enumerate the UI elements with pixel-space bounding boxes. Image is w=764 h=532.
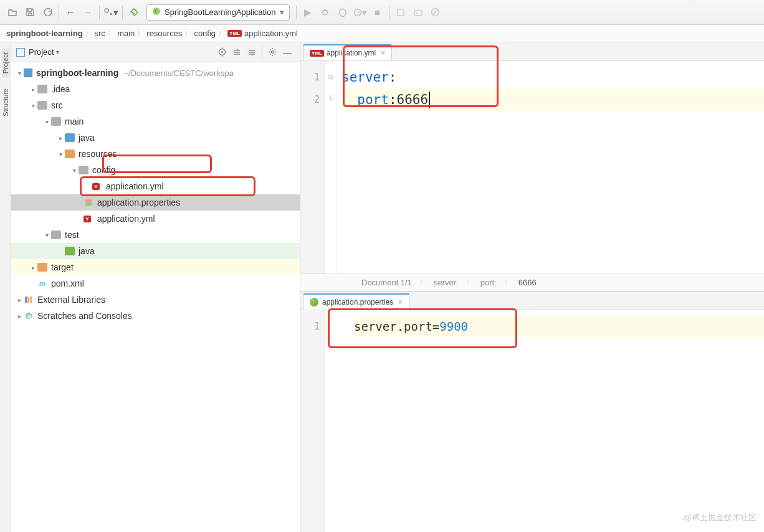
folder-icon: [79, 166, 88, 174]
breadcrumb-value[interactable]: 6666: [518, 278, 537, 287]
tree-root[interactable]: ▾ springboot-learning ~/Documents/CESTC/…: [11, 65, 300, 81]
module-icon: [24, 69, 32, 77]
svg-point-0: [105, 9, 108, 12]
breadcrumb-item[interactable]: main〉: [117, 29, 146, 38]
locate-icon[interactable]: [215, 45, 229, 59]
structure-tool-tab[interactable]: Structure: [2, 85, 9, 120]
source-folder-icon: [65, 133, 75, 142]
gutter: 1 2: [300, 61, 325, 273]
refresh-icon[interactable]: [39, 4, 55, 21]
breadcrumb-doc[interactable]: Document 1/1: [361, 278, 412, 287]
run-icon[interactable]: ▶: [300, 4, 316, 21]
tree-node-resources[interactable]: ▾resources: [11, 146, 300, 162]
deny-icon[interactable]: [427, 4, 444, 21]
chevron-down-icon: ▾: [280, 7, 284, 17]
tree-node-scratches[interactable]: ▸Scratches and Consoles: [11, 308, 300, 324]
scratches-icon: [24, 311, 34, 320]
tree-node-test[interactable]: ▾test: [11, 227, 300, 243]
collapse-all-icon[interactable]: [245, 45, 259, 59]
yml-badge-icon: YML: [310, 50, 324, 57]
editor-tab-yml[interactable]: YML application.yml ×: [303, 44, 392, 60]
editor-pane-yml: YML application.yml × 1 2 ⊟ └ se: [300, 42, 764, 292]
tree-node-ext-libs[interactable]: ▸External Libraries: [11, 292, 300, 308]
build-icon[interactable]: [126, 4, 142, 21]
editor-tabs: application.properties ×: [300, 292, 764, 310]
hide-icon[interactable]: —: [280, 45, 294, 59]
excluded-folder-icon: [37, 263, 47, 272]
svg-rect-5: [414, 11, 422, 16]
stop-icon[interactable]: ■: [370, 4, 386, 21]
breadcrumb-root[interactable]: springboot-learning〉: [6, 29, 95, 38]
project-pane-header: Project ▾ —: [11, 42, 300, 62]
gutter: 1: [300, 310, 325, 532]
folder-icon: [51, 117, 61, 126]
expand-all-icon[interactable]: [230, 45, 244, 59]
sdk-icon[interactable]: [410, 4, 426, 21]
project-pane: Project ▾ — ▾ springboot-learning: [11, 42, 300, 532]
project-tool-tab[interactable]: Project: [2, 49, 9, 77]
folder-icon: [37, 101, 47, 110]
avd-icon[interactable]: [393, 4, 409, 21]
svg-point-9: [221, 51, 223, 53]
project-pane-title: Project: [29, 47, 54, 57]
maven-icon: m: [37, 279, 47, 288]
coverage-icon[interactable]: [335, 4, 351, 21]
breadcrumb-key[interactable]: server:: [434, 278, 459, 287]
save-icon[interactable]: [22, 4, 38, 21]
open-icon[interactable]: [4, 4, 21, 21]
breadcrumb-file[interactable]: YML application.yml: [227, 29, 298, 38]
breadcrumb-item[interactable]: config〉: [194, 29, 227, 38]
tree-node-app-yml[interactable]: Yapplication.yml: [11, 178, 300, 194]
project-tree[interactable]: ▾ springboot-learning ~/Documents/CESTC/…: [11, 62, 300, 532]
tree-node-app-yml2[interactable]: Yapplication.yml: [11, 211, 300, 227]
svg-rect-13: [25, 297, 27, 303]
tree-node-src[interactable]: ▾src: [11, 97, 300, 113]
tree-node-app-properties[interactable]: application.properties: [11, 194, 300, 211]
fold-column[interactable]: ⊟ └: [325, 61, 337, 273]
fold-icon[interactable]: ⊟: [325, 66, 336, 88]
svg-point-1: [153, 7, 160, 15]
breadcrumb-item[interactable]: src〉: [95, 29, 117, 38]
yml-file-icon: Y: [84, 214, 93, 223]
editor-properties[interactable]: 1 server.port=9900: [300, 310, 764, 532]
breadcrumb-key[interactable]: port:: [480, 278, 497, 287]
tree-node-idea[interactable]: ▸.idea: [11, 81, 300, 97]
tree-node-test-java[interactable]: java: [11, 243, 300, 259]
editor-breadcrumb: Document 1/1〉 server:〉 port:〉 6666: [300, 273, 764, 291]
svg-rect-15: [30, 297, 32, 303]
svg-rect-14: [27, 297, 29, 303]
project-view-icon: [16, 48, 25, 57]
close-icon[interactable]: ×: [398, 298, 403, 306]
editor-pane-properties: application.properties × 1 server.port=9…: [300, 292, 764, 532]
code-area[interactable]: server.port=9900: [325, 310, 764, 532]
resources-folder-icon: [65, 150, 75, 158]
tree-node-main[interactable]: ▾main: [11, 113, 300, 130]
chevron-down-icon[interactable]: ▾: [56, 49, 59, 55]
yml-badge-icon: YML: [227, 30, 242, 37]
svg-rect-4: [398, 9, 404, 16]
vcs-icon[interactable]: ▾: [103, 4, 119, 21]
text-cursor: [429, 92, 430, 108]
back-icon[interactable]: ←: [62, 4, 79, 21]
folder-icon: [51, 230, 61, 239]
forward-icon[interactable]: →: [80, 4, 96, 21]
run-config-selector[interactable]: SpringBootLearningApplication ▾: [146, 4, 290, 21]
breadcrumb-item[interactable]: resources〉: [146, 29, 194, 38]
tree-node-java[interactable]: ▸java: [11, 130, 300, 146]
code-area[interactable]: server: port: 6666: [337, 61, 764, 273]
tree-node-pom[interactable]: mpom.xml: [11, 275, 300, 292]
tool-window-stripe: Project Structure: [0, 42, 11, 532]
test-folder-icon: [65, 247, 75, 255]
gear-icon[interactable]: [265, 45, 279, 59]
tree-node-target[interactable]: ▸target: [11, 259, 300, 275]
editor-tab-properties[interactable]: application.properties ×: [303, 293, 409, 310]
yml-file-icon: Y: [92, 182, 102, 191]
editor-yml[interactable]: 1 2 ⊟ └ server: port: 6666: [300, 61, 764, 273]
spring-leaf-icon: [310, 298, 318, 306]
tree-node-config[interactable]: ▾config: [11, 162, 300, 178]
properties-file-icon: [84, 198, 93, 207]
profile-icon[interactable]: ▾: [352, 4, 368, 21]
close-icon[interactable]: ×: [381, 49, 385, 57]
fold-end-icon: └: [325, 88, 336, 111]
debug-icon[interactable]: [317, 4, 333, 21]
